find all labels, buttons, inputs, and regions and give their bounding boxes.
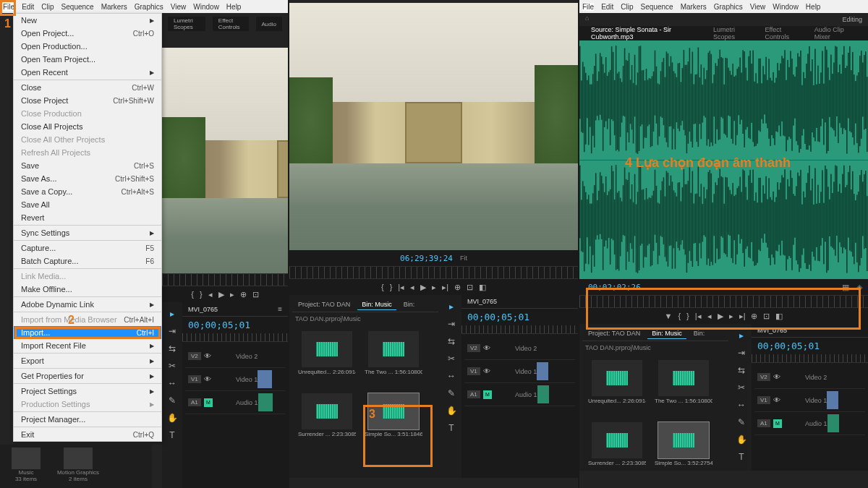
goto-in-icon[interactable]: |◂ (695, 312, 702, 321)
overwrite-icon[interactable]: ⊡ (763, 312, 770, 321)
menu-item-save-a-copy-[interactable]: Save a Copy...Ctrl+Alt+S (14, 185, 161, 198)
hand-icon[interactable]: ✋ (166, 412, 178, 424)
track-select-icon[interactable]: ⇥ (446, 318, 457, 330)
hand-icon[interactable]: ✋ (736, 434, 747, 445)
bin-music-tab[interactable]: Bin: Music (357, 299, 396, 310)
step-back-icon[interactable]: ◂ (410, 283, 414, 292)
step-back-icon[interactable]: ◂ (707, 312, 712, 321)
source-tab[interactable]: Source: Simple Sonata - Sir Cubworth.mp3 (585, 25, 707, 43)
overwrite-icon[interactable]: ⊡ (467, 283, 473, 292)
menu-item-import-recent-file[interactable]: Import Recent File▶ (14, 339, 161, 352)
menu-item-sync-settings[interactable]: Sync Settings▶ (14, 226, 161, 239)
menu-item-open-team-project-[interactable]: Open Team Project... (14, 53, 161, 66)
track-v2-label[interactable]: V2 (188, 352, 201, 360)
audio-mixer-tab[interactable]: Audio Clip Mixer (809, 25, 862, 42)
menu-graphics[interactable]: Graphics (714, 3, 743, 11)
source-timecode-2[interactable]: 06;29;39;24 (400, 254, 453, 263)
bin-tab[interactable]: Bin: (399, 299, 420, 310)
menu-clip[interactable]: Clip (41, 3, 54, 11)
bin-music[interactable]: Music 33 items (3, 448, 49, 484)
goto-in-icon[interactable]: |◂ (398, 283, 404, 292)
menu-item-save[interactable]: SaveCtrl+S (14, 159, 161, 172)
mark-in-icon[interactable]: { (381, 283, 384, 291)
ripple-icon[interactable]: ⇆ (736, 364, 747, 376)
menu-file[interactable]: File (3, 3, 14, 11)
menu-item-open-production-[interactable]: Open Production... (14, 40, 161, 53)
ripple-icon[interactable]: ⇆ (166, 343, 178, 354)
menu-item-make-offline-[interactable]: Make Offline... (14, 283, 161, 296)
menu-item-project-settings[interactable]: Project Settings▶ (14, 385, 161, 398)
menu-item-import-[interactable]: Import...Ctrl+I (14, 326, 161, 339)
type-icon[interactable]: T (736, 451, 747, 463)
audio-bin-item[interactable]: Surrender ... 2:23:30852 (298, 393, 356, 447)
ruler[interactable] (162, 273, 288, 286)
menu-file[interactable]: File (582, 3, 594, 11)
workspace-label[interactable]: Editing (842, 16, 862, 23)
pen-icon[interactable]: ✎ (736, 416, 747, 428)
project-tab[interactable]: Project: TAO DAN (294, 299, 354, 310)
sequence-name-2[interactable]: MVI_0765 (467, 298, 497, 305)
sequence-name[interactable]: MVI_0765 (188, 306, 218, 313)
audio-bin-item[interactable]: Simple So... 3:51:18468 (365, 393, 422, 447)
timeline-timecode-2[interactable]: 00;00;05;01 (461, 309, 578, 325)
drag-audio-icon[interactable]: ◈ (856, 283, 862, 292)
menu-item-get-properties-for[interactable]: Get Properties for▶ (14, 369, 161, 382)
audio-bin-item[interactable]: Unrequited... 2:26:09144 (298, 331, 356, 385)
menu-item-save-all[interactable]: Save All (14, 198, 161, 211)
hand-icon[interactable]: ✋ (446, 405, 457, 416)
menu-item-revert[interactable]: Revert (14, 211, 161, 224)
play-icon[interactable]: ▶ (218, 290, 224, 299)
wave-timecode[interactable]: 00;02;02;26 (588, 283, 641, 292)
menu-edit[interactable]: Edit (22, 3, 34, 11)
slip-icon[interactable]: ↔ (446, 370, 457, 382)
pen-icon[interactable]: ✎ (166, 395, 178, 406)
menu-sequence[interactable]: Sequence (641, 3, 673, 11)
play-icon[interactable]: ▶ (718, 312, 723, 321)
audio-bin-item[interactable]: The Two ... 1:56:10800 (655, 360, 712, 414)
bin-motion[interactable]: Motion Graphics 2 items (55, 448, 101, 484)
pen-icon[interactable]: ✎ (446, 388, 457, 399)
menu-sequence[interactable]: Sequence (61, 3, 94, 11)
menu-item-close[interactable]: CloseCtrl+W (14, 81, 161, 94)
export-frame-icon[interactable]: ◧ (775, 312, 783, 321)
waveform-only-icon[interactable]: ▦ (842, 283, 849, 292)
sequence-name-3[interactable]: MVI_0765 (757, 327, 787, 334)
menu-item-export[interactable]: Export▶ (14, 354, 161, 367)
ruler-3[interactable] (579, 295, 868, 308)
fit-dropdown[interactable]: Fit (460, 254, 467, 262)
audio-bin-item[interactable]: Surrender ... 2:23:30852 (588, 422, 646, 476)
mark-in-icon[interactable]: { (678, 312, 681, 320)
menu-window[interactable]: Window (773, 3, 799, 11)
mark-in-icon[interactable]: { (191, 290, 194, 299)
menu-help[interactable]: Help (806, 3, 821, 11)
slip-icon[interactable]: ↔ (736, 399, 747, 411)
menu-edit[interactable]: Edit (601, 3, 613, 11)
track-select-icon[interactable]: ⇥ (736, 347, 747, 359)
menu-markers[interactable]: Markers (101, 3, 127, 11)
menu-item-open-project-[interactable]: Open Project...Ctrl+O (14, 27, 161, 40)
menu-view[interactable]: View (171, 3, 187, 11)
selection-tool-icon[interactable]: ▸ (166, 308, 178, 320)
audio-bin-item[interactable]: Unrequited... 2:26:09144 (588, 360, 646, 414)
menu-item-exit[interactable]: ExitCtrl+Q (14, 428, 161, 441)
insert-icon[interactable]: ⊕ (240, 290, 247, 299)
add-marker-icon[interactable]: ▼ (665, 312, 673, 320)
selection-tool-icon[interactable]: ▸ (736, 330, 747, 341)
menu-item-new[interactable]: New▶ (14, 14, 161, 27)
razor-icon[interactable]: ✂ (446, 353, 457, 364)
audio-bin-item[interactable]: The Two ... 1:56:10800 (365, 331, 422, 385)
menu-clip[interactable]: Clip (621, 3, 633, 11)
type-icon[interactable]: T (446, 422, 457, 434)
menu-item-close-project[interactable]: Close ProjectCtrl+Shift+W (14, 94, 161, 107)
export-frame-icon[interactable]: ◧ (479, 283, 486, 292)
bin-tab-3[interactable]: Bin: (689, 328, 710, 339)
audio-tab[interactable]: Audio (256, 17, 282, 31)
mark-out-icon[interactable]: } (390, 283, 393, 291)
razor-icon[interactable]: ✂ (166, 360, 178, 372)
effect-tab[interactable]: Effect Controls (759, 25, 808, 42)
menu-item-open-recent[interactable]: Open Recent▶ (14, 66, 161, 79)
ruler-2[interactable] (289, 266, 578, 279)
menu-item-batch-capture-[interactable]: Batch Capture...F6 (14, 254, 161, 267)
timeline-timecode-3[interactable]: 00;00;05;01 (752, 338, 868, 354)
mark-out-icon[interactable]: } (686, 312, 689, 320)
